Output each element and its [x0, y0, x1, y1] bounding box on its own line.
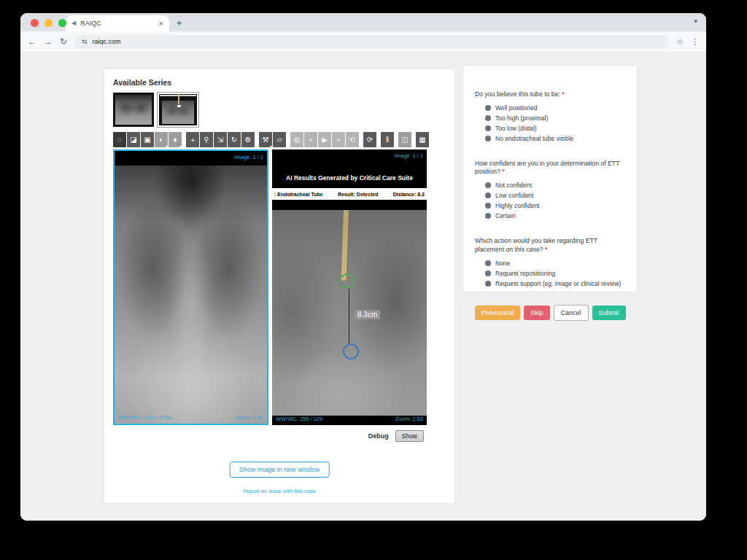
series-thumbnail-1[interactable]: [113, 93, 154, 127]
radio-button-icon[interactable]: [485, 115, 491, 121]
pause-button[interactable]: ‖: [381, 132, 394, 147]
debug-show-button[interactable]: Show: [395, 430, 424, 442]
radio-option[interactable]: Highly confident: [485, 202, 625, 209]
browser-tab[interactable]: ◀ RAIQC ×: [66, 15, 169, 31]
maximize-window-button[interactable]: [58, 19, 66, 27]
carina-marker: [343, 343, 359, 359]
radio-option[interactable]: Not confident: [485, 182, 625, 189]
show-image-new-window-button[interactable]: Show image in new window: [230, 462, 330, 478]
annotation-tools-button[interactable]: ⚒▾: [259, 132, 272, 147]
thumbnail-measure-label: [177, 105, 181, 107]
radio-option[interactable]: None: [485, 260, 625, 267]
url-text: raiqc.com: [93, 38, 121, 45]
site-settings-icon[interactable]: ⇆: [82, 38, 88, 45]
radio-button-icon[interactable]: [485, 192, 491, 198]
cube-icon: ◫: [401, 136, 408, 144]
new-tab-button[interactable]: +: [177, 18, 182, 28]
viewport-right[interactable]: Image: 1 / 1 AI Results Generated by Cri…: [272, 149, 427, 425]
invert-contrast-button[interactable]: ◐▾: [155, 132, 168, 147]
settings-button[interactable]: ⚙: [241, 132, 255, 147]
radio-button-icon[interactable]: [485, 260, 491, 266]
measurement-label: 8.3cm: [355, 310, 380, 319]
debug-label: Debug: [368, 432, 389, 440]
required-asterisk: *: [562, 90, 564, 98]
refresh-button[interactable]: ⟳: [363, 132, 376, 147]
dropdown-caret-icon: ▾: [270, 144, 272, 149]
survey-button-row: Provisional Skip Cancel Submit: [475, 305, 625, 321]
ai-results-strip: : Endotracheal Tube Result: Detected Dis…: [272, 188, 427, 200]
ett-tip-marker: [339, 273, 355, 289]
radio-option[interactable]: Too high (proximal): [485, 114, 625, 122]
radio-option[interactable]: Low confident: [485, 192, 625, 199]
minimize-window-button[interactable]: [44, 19, 53, 27]
tab-strip: ◀ RAIQC × + ▾: [20, 13, 706, 31]
ai-result-label: Result: Detected: [338, 192, 378, 197]
browser-window: ◀ RAIQC × + ▾ ← → ↻ ⇆ raiqc.com ☆ ⋮ Avai…: [20, 13, 706, 521]
reset-view-button[interactable]: ▣: [141, 132, 154, 147]
radio-option-label: Highly confident: [495, 202, 539, 209]
fit-to-window-button[interactable]: ⇲: [214, 132, 227, 147]
window-level-presets-button[interactable]: ◪: [127, 132, 140, 147]
radio-option-label: None: [495, 260, 510, 267]
radio-option[interactable]: Request repositioning: [485, 270, 625, 277]
radio-button-icon[interactable]: [485, 281, 491, 287]
ai-results-header: AI Results Generated by Critical Care Su…: [272, 174, 427, 182]
zoom-readout: Zoom: 2.53: [395, 416, 423, 422]
radio-option[interactable]: Certain: [485, 212, 625, 219]
reload-button[interactable]: ↻: [60, 36, 67, 47]
tab-title: RAIQC: [80, 20, 154, 27]
forward-button[interactable]: →: [44, 36, 53, 47]
droplet-icon: ♦: [173, 136, 177, 144]
provisional-button[interactable]: Provisional: [475, 306, 520, 320]
report-issue-link[interactable]: Report an issue with this case: [104, 488, 454, 494]
address-bar[interactable]: ⇆ raiqc.com: [74, 35, 669, 49]
window-level-readout: WW/WC: 255 / 129: [276, 416, 322, 422]
cancel-button[interactable]: Cancel: [554, 305, 589, 321]
radio-option-label: Too low (distal): [495, 125, 537, 132]
tab-close-icon[interactable]: ×: [159, 19, 163, 28]
available-series-title: Available Series: [113, 78, 171, 87]
cine-button: ◍: [290, 132, 303, 147]
radio-option[interactable]: No endotracheal tube visible: [485, 135, 625, 142]
radio-button-icon[interactable]: [485, 213, 491, 219]
survey-card: Do you believe this tube to be: *Well po…: [463, 66, 637, 292]
mpr-3d-button[interactable]: ◫: [398, 132, 411, 147]
radio-option-label: Too high (proximal): [495, 114, 548, 122]
skip-previous-icon: «: [309, 136, 313, 144]
pan-button[interactable]: ＋: [186, 132, 199, 147]
image-counter: Image: 1 / 1: [394, 152, 423, 159]
radio-option[interactable]: Too low (distal): [485, 125, 625, 132]
loop-icon: ⟲: [349, 136, 355, 144]
close-window-button[interactable]: [31, 19, 39, 27]
window-level-button[interactable]: ♦▾: [169, 132, 182, 147]
radio-button-icon[interactable]: [485, 125, 491, 131]
series-thumbnail-2-selected[interactable]: [158, 93, 198, 127]
bookmark-star-icon[interactable]: ☆: [676, 37, 684, 47]
radio-button-icon[interactable]: [485, 203, 491, 209]
radio-button-icon[interactable]: [485, 182, 491, 188]
viewport-left[interactable]: Image: 1 / 1 WW/WC: 1783 / 2756 Zoom: 2.…: [113, 149, 268, 425]
first-image-button: «: [304, 132, 317, 147]
skip-button[interactable]: Skip: [524, 306, 550, 320]
erase-annotations-button[interactable]: ▱: [273, 132, 286, 147]
radio-option[interactable]: Request support (eg. image or clinical r…: [485, 280, 625, 287]
chest-xray-ai-image: [272, 210, 427, 416]
debug-row: Debug Show: [368, 430, 424, 442]
radio-option-label: Certain: [495, 212, 515, 219]
browser-menu-icon[interactable]: ⋮: [691, 37, 699, 47]
submit-button[interactable]: Submit: [592, 306, 626, 320]
loop-cine-button: ⟲: [346, 132, 359, 147]
radio-option[interactable]: Well positioned: [485, 104, 625, 112]
reset-icon: ▣: [144, 136, 150, 144]
layout-grid-button[interactable]: ▦: [416, 132, 429, 147]
back-button[interactable]: ←: [28, 36, 36, 47]
radio-button-icon[interactable]: [485, 105, 491, 111]
survey-question: Do you believe this tube to be: *Well po…: [475, 90, 625, 142]
survey-questions: Do you believe this tube to be: *Well po…: [475, 90, 625, 287]
radio-button-icon[interactable]: [485, 136, 491, 141]
rotate-button[interactable]: ↻: [228, 132, 241, 147]
magnify-button[interactable]: ⚲: [200, 132, 213, 147]
tab-search-chevron-icon[interactable]: ▾: [694, 18, 697, 25]
radio-button-icon[interactable]: [485, 271, 491, 276]
reference-lines-button[interactable]: ◌: [113, 132, 126, 147]
